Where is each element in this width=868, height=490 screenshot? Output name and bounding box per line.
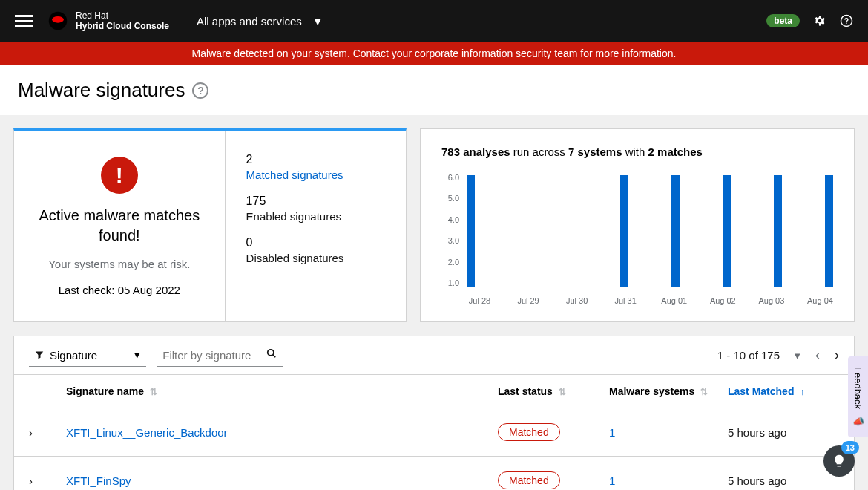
info-icon[interactable]: ?: [192, 82, 208, 99]
col-malware-systems[interactable]: Malware systems⇅: [609, 385, 728, 397]
pagination: 1 - 10 of 175 ▾ ‹ ›: [717, 347, 839, 363]
chart-bar: [467, 175, 475, 287]
status-badge: Matched: [498, 471, 560, 489]
analyses-heading: 783 analyses run across 7 systems with 2…: [441, 146, 833, 158]
col-last-status[interactable]: Last status⇅: [498, 385, 609, 397]
expand-icon[interactable]: ›: [29, 426, 33, 439]
last-matched-value: 5 hours ago: [728, 426, 839, 439]
lightbulb-icon: [832, 454, 846, 468]
summary-title-1: Active malware matches: [39, 207, 200, 224]
chevron-down-icon[interactable]: ▾: [795, 349, 800, 362]
prev-page-button[interactable]: ‹: [815, 347, 820, 363]
chevron-down-icon: ▾: [134, 348, 140, 362]
sort-icon: ⇅: [559, 387, 566, 397]
settings-icon[interactable]: [813, 14, 826, 27]
search-icon[interactable]: [266, 348, 277, 362]
systems-link[interactable]: 1: [609, 426, 615, 439]
search-input[interactable]: [162, 349, 259, 362]
summary-title-2: found!: [99, 227, 140, 244]
chevron-down-icon: ▼: [312, 15, 323, 27]
next-page-button[interactable]: ›: [835, 347, 839, 363]
svg-line-5: [273, 355, 276, 358]
sort-up-icon: ↑: [800, 387, 804, 397]
col-signature-name[interactable]: Signature name⇅: [66, 385, 498, 397]
page-title: Malware signatures: [18, 79, 185, 102]
chart-bar: [774, 175, 782, 287]
stat-enabled: 175 Enabled signatures: [246, 195, 385, 223]
expand-icon[interactable]: ›: [29, 474, 33, 487]
chart-bar: [671, 175, 680, 287]
feedback-tab[interactable]: Feedback 📣: [848, 356, 868, 437]
top-bar: Red Hat Hybrid Cloud Console All apps an…: [0, 0, 868, 42]
col-last-matched[interactable]: Last Matched↑: [728, 385, 839, 397]
summary-card: ! Active malware matches found! Your sys…: [13, 128, 407, 322]
notification-badge: 13: [841, 441, 859, 454]
redhat-icon: [47, 10, 68, 31]
apps-label: All apps and services: [197, 15, 302, 27]
signatures-table: Signature ▾ 1 - 10 of 175 ▾ ‹ › Signatur…: [13, 336, 855, 490]
svg-text:?: ?: [844, 16, 849, 25]
filter-icon: [35, 349, 44, 362]
search-box[interactable]: [157, 344, 283, 367]
filter-dropdown[interactable]: Signature ▾: [29, 344, 146, 367]
alert-banner: Malware detected on your system. Contact…: [0, 42, 868, 65]
assistant-button[interactable]: 13: [823, 445, 855, 477]
status-badge: Matched: [498, 423, 560, 441]
apps-dropdown[interactable]: All apps and services ▼: [197, 15, 323, 27]
chart-bar: [723, 175, 731, 287]
sort-icon: ⇅: [150, 387, 157, 397]
sort-icon: ⇅: [700, 387, 708, 397]
menu-toggle-icon[interactable]: [15, 15, 33, 27]
stat-matched[interactable]: 2 Matched signatures: [246, 153, 385, 181]
chart-bar: [825, 175, 833, 287]
table-row: ›XFTI_FinSpyMatched15 hours ago: [14, 457, 854, 490]
summary-last-check: Last check: 05 Aug 2022: [59, 284, 180, 296]
summary-subtitle: Your systems may be at risk.: [48, 258, 190, 270]
danger-icon: !: [101, 157, 138, 194]
table-row: ›XFTI_Linux__Generic_BackdoorMatched15 h…: [14, 408, 854, 457]
signature-link[interactable]: XFTI_FinSpy: [66, 474, 131, 487]
analyses-chart: 6.05.04.03.02.01.0 Jul 28Jul 29Jul 30Jul…: [441, 172, 833, 305]
svg-point-4: [268, 350, 274, 356]
signature-link[interactable]: XFTI_Linux__Generic_Backdoor: [66, 426, 228, 439]
page-header: Malware signatures ?: [0, 65, 868, 115]
last-matched-value: 5 hours ago: [728, 474, 839, 487]
beta-badge: beta: [766, 14, 800, 27]
help-icon[interactable]: ?: [840, 14, 853, 27]
svg-point-1: [52, 16, 64, 23]
brand-logo[interactable]: Red Hat Hybrid Cloud Console: [47, 10, 169, 32]
brand-bottom: Hybrid Cloud Console: [76, 21, 169, 31]
analyses-card: 783 analyses run across 7 systems with 2…: [420, 128, 855, 322]
megaphone-icon: 📣: [852, 415, 864, 427]
systems-link[interactable]: 1: [609, 474, 615, 487]
divider: [183, 10, 183, 31]
table-header: Signature name⇅ Last status⇅ Malware sys…: [14, 374, 854, 408]
brand-top: Red Hat: [76, 10, 169, 21]
stat-disabled: 0 Disabled signatures: [246, 236, 385, 264]
chart-bar: [620, 175, 628, 287]
